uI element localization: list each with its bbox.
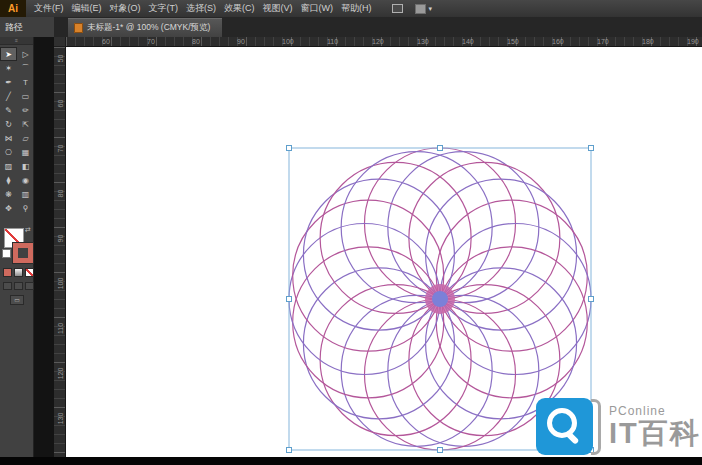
pen-tool[interactable]: ✒ [0, 75, 17, 89]
spiro-circle[interactable] [293, 247, 444, 398]
pencil-tool[interactable]: ✏ [17, 103, 34, 117]
draw-normal-button[interactable] [3, 282, 12, 290]
ruler-h-label: 80 [192, 38, 200, 45]
color-button[interactable] [3, 268, 12, 277]
document-tab-title: 未标题-1* @ 100% (CMYK/预览) [87, 22, 210, 34]
blend-tool[interactable]: ◉ [17, 173, 34, 187]
perspective-grid-tool[interactable]: ▦ [17, 145, 34, 159]
watermark: PConline IT百科 [536, 398, 701, 455]
watermark-text: PConline IT百科 [609, 405, 701, 448]
width-tool[interactable]: ⋈ [0, 131, 17, 145]
spiro-circle[interactable] [341, 152, 492, 303]
ruler-corner[interactable] [54, 37, 66, 47]
tools-panel: ≡ ➤▷✶⌒✒T╱▭✎✏↻⇱⋈▱⎔▦▨◧⧫◉❋▥✥⚲ ⇄ ▭ [0, 37, 34, 457]
zoom-tool[interactable]: ⚲ [17, 201, 34, 215]
line-segment-tool[interactable]: ╱ [0, 89, 17, 103]
free-transform-tool[interactable]: ▱ [17, 131, 34, 145]
spiro-circle[interactable] [388, 152, 539, 303]
ruler-v-label: 70 [57, 143, 64, 155]
center-dot [432, 291, 448, 307]
spiro-circle[interactable] [293, 200, 444, 351]
tools-panel-grip[interactable]: ≡ [0, 37, 33, 45]
selection-handle[interactable] [438, 146, 443, 151]
document-icon [74, 23, 83, 33]
ruler-v-label: 60 [57, 98, 64, 110]
gradient-button[interactable] [14, 268, 23, 277]
ruler-v-label: 80 [57, 188, 64, 200]
shape-builder-tool[interactable]: ⎔ [0, 145, 17, 159]
type-tool[interactable]: T [17, 75, 34, 89]
menu-help[interactable]: 帮助(H) [341, 0, 372, 17]
spiro-circle[interactable] [365, 148, 516, 299]
ruler-h-label: 110 [327, 38, 338, 45]
selection-handle[interactable] [287, 146, 292, 151]
spiro-circle[interactable] [365, 299, 516, 450]
ruler-h-label: 170 [597, 38, 609, 45]
spiro-circle[interactable] [388, 295, 539, 446]
menu-items: 文件(F)编辑(E)对象(O)文字(T)选择(S)效果(C)视图(V)窗口(W)… [34, 0, 372, 17]
tools-grid: ➤▷✶⌒✒T╱▭✎✏↻⇱⋈▱⎔▦▨◧⧫◉❋▥✥⚲ [0, 45, 33, 215]
ruler-v-label: 110 [57, 323, 64, 335]
draw-mode-buttons [3, 282, 34, 290]
lasso-tool[interactable]: ⌒ [17, 61, 34, 75]
watermark-title: IT百科 [609, 419, 701, 448]
rotate-tool[interactable]: ↻ [0, 117, 17, 131]
screen-mode-button[interactable]: ▭ [10, 295, 24, 305]
swap-fill-stroke-icon[interactable]: ⇄ [25, 226, 31, 234]
paintbrush-tool[interactable]: ✎ [0, 103, 17, 117]
mesh-tool[interactable]: ▨ [0, 159, 17, 173]
bottom-bar [0, 457, 702, 465]
menu-type[interactable]: 文字(T) [149, 0, 179, 17]
selection-handle[interactable] [589, 297, 594, 302]
selection-handle[interactable] [589, 146, 594, 151]
menu-effect[interactable]: 效果(C) [224, 0, 255, 17]
stroke-swatch[interactable] [13, 243, 33, 263]
ruler-h-label: 180 [642, 38, 654, 45]
workspace-switcher[interactable]: ▾ [415, 0, 433, 17]
eyedropper-tool[interactable]: ⧫ [0, 173, 17, 187]
spirograph-artwork[interactable] [66, 47, 702, 457]
document-tab[interactable]: 未标题-1* @ 100% (CMYK/预览) [68, 18, 222, 37]
menu-view[interactable]: 视图(V) [263, 0, 293, 17]
canvas-area[interactable] [66, 47, 702, 457]
rectangle-tool[interactable]: ▭ [17, 89, 34, 103]
ruler-h-label: 70 [147, 38, 155, 45]
selection-handle[interactable] [287, 448, 292, 453]
draw-behind-button[interactable] [14, 282, 23, 290]
column-graph-tool[interactable]: ▥ [17, 187, 34, 201]
horizontal-ruler[interactable]: 5060708090100110120130140150160170180190… [66, 37, 702, 47]
magic-wand-tool[interactable]: ✶ [0, 61, 17, 75]
menu-file[interactable]: 文件(F) [34, 0, 64, 17]
ruler-h-label: 120 [372, 38, 384, 45]
spiro-circle[interactable] [440, 224, 591, 375]
menu-object[interactable]: 对象(O) [110, 0, 141, 17]
workspace-icon [415, 4, 426, 14]
spiro-circle[interactable] [436, 200, 587, 351]
ruler-h-label: 190 [687, 38, 699, 45]
menu-select[interactable]: 选择(S) [186, 0, 216, 17]
draw-inside-button[interactable] [25, 282, 34, 290]
ruler-v-label: 120 [57, 368, 64, 380]
menu-edit[interactable]: 编辑(E) [72, 0, 102, 17]
scale-tool[interactable]: ⇱ [17, 117, 34, 131]
menu-bar: Ai 文件(F)编辑(E)对象(O)文字(T)选择(S)效果(C)视图(V)窗口… [0, 0, 702, 17]
spiro-circle[interactable] [436, 247, 587, 398]
ruler-h-label: 60 [102, 38, 110, 45]
none-button[interactable] [25, 268, 34, 277]
spiro-circle[interactable] [289, 224, 440, 375]
selection-tool[interactable]: ➤ [0, 47, 17, 61]
selection-handle[interactable] [438, 448, 443, 453]
menu-window[interactable]: 窗口(W) [301, 0, 334, 17]
default-fill-stroke-icon[interactable] [2, 249, 11, 258]
selection-handle[interactable] [287, 297, 292, 302]
symbol-sprayer-tool[interactable]: ❋ [0, 187, 17, 201]
spiro-circle[interactable] [341, 295, 492, 446]
illustrator-window: Ai 文件(F)编辑(E)对象(O)文字(T)选择(S)效果(C)视图(V)窗口… [0, 0, 702, 465]
gradient-tool[interactable]: ◧ [17, 159, 34, 173]
direct-selection-tool[interactable]: ▷ [17, 47, 34, 61]
paint-mode-buttons [3, 268, 34, 277]
arrange-documents-icon[interactable] [392, 4, 403, 13]
vertical-ruler[interactable]: 5060708090100110120130 [54, 47, 66, 457]
hand-tool[interactable]: ✥ [0, 201, 17, 215]
control-panel-label: 路径 [0, 17, 54, 37]
